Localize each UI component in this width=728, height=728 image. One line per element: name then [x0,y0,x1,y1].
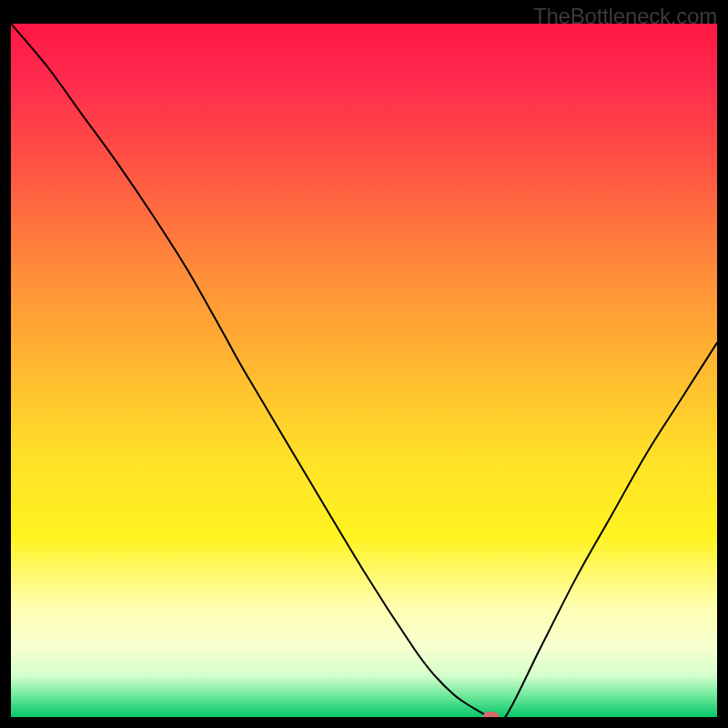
watermark-text: TheBottleneck.com [533,4,717,29]
svg-rect-0 [11,24,717,717]
bottleneck-chart [11,24,717,717]
